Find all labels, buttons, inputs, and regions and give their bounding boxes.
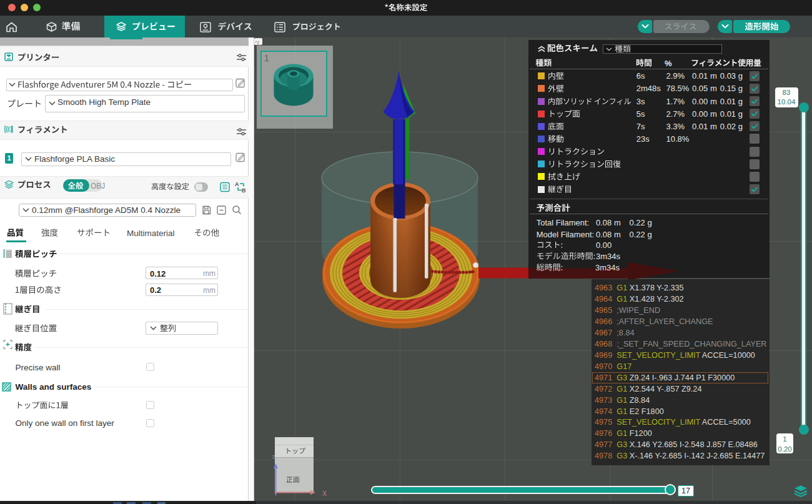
svg-text:B: B xyxy=(242,187,246,193)
svg-text:A: A xyxy=(235,181,239,187)
